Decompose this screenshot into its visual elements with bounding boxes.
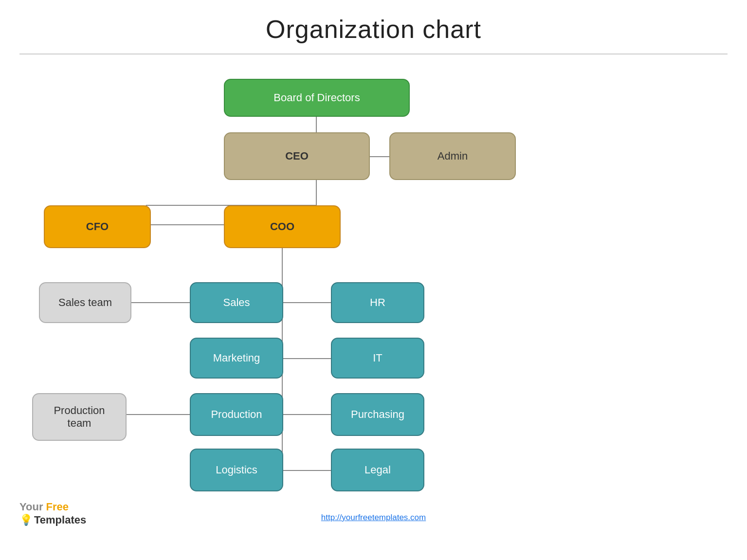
divider <box>19 54 728 54</box>
node-production-team-label: Production team <box>54 404 105 430</box>
logo-lamp-icon: 💡 <box>19 514 33 526</box>
node-sales-team-label: Sales team <box>58 296 112 309</box>
footer-link[interactable]: http://yourfreetemplates.com <box>321 513 426 522</box>
node-board-label: Board of Directors <box>273 91 360 104</box>
node-it-label: IT <box>373 352 383 364</box>
node-logistics: Logistics <box>190 449 283 491</box>
node-sales-team: Sales team <box>39 282 131 323</box>
node-purchasing-label: Purchasing <box>351 408 404 421</box>
page-title: Organization chart <box>0 0 747 54</box>
node-it: IT <box>331 338 424 379</box>
footer: http://yourfreetemplates.com <box>0 513 747 523</box>
node-logistics-label: Logistics <box>216 464 257 476</box>
node-marketing: Marketing <box>190 338 283 379</box>
node-sales-label: Sales <box>223 296 250 309</box>
node-production-team: Production team <box>32 393 127 441</box>
node-marketing-label: Marketing <box>213 352 260 364</box>
node-cfo-label: CFO <box>86 220 109 233</box>
node-ceo: CEO <box>224 132 370 180</box>
node-board: Board of Directors <box>224 79 410 117</box>
logo-your: Your <box>19 501 43 513</box>
chart-area: Board of Directors CEO Admin CFO COO Sal… <box>0 59 747 531</box>
node-ceo-label: CEO <box>285 150 309 163</box>
node-purchasing: Purchasing <box>331 393 424 436</box>
node-admin-label: Admin <box>437 150 468 163</box>
logo-templates: Templates <box>34 514 86 526</box>
node-hr-label: HR <box>370 296 385 309</box>
node-production-label: Production <box>211 408 262 421</box>
node-sales: Sales <box>190 282 283 323</box>
node-cfo: CFO <box>44 205 151 248</box>
node-legal-label: Legal <box>364 464 391 476</box>
node-production: Production <box>190 393 283 436</box>
node-legal: Legal <box>331 449 424 491</box>
logo-free: Free <box>46 501 69 513</box>
node-hr: HR <box>331 282 424 323</box>
node-coo: COO <box>224 205 341 248</box>
footer-logo: Your Free 💡 Templates <box>19 501 86 526</box>
node-coo-label: COO <box>270 220 294 233</box>
node-admin: Admin <box>389 132 516 180</box>
